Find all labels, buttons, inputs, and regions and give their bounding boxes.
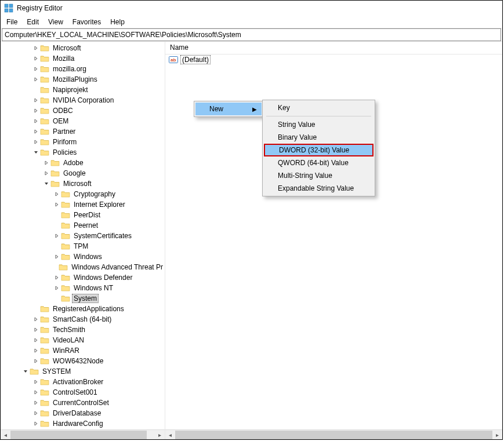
chevron-right-icon[interactable] [32, 379, 40, 385]
tree-hscrollbar[interactable]: ◂ ▸ [1, 429, 165, 439]
chevron-right-icon[interactable] [32, 129, 40, 134]
chevron-right-icon[interactable] [53, 202, 61, 207]
chevron-right-icon[interactable] [32, 327, 40, 333]
ctx-item-key[interactable]: Key [264, 101, 374, 114]
scroll-thumb[interactable] [10, 431, 147, 439]
tree-node-label: Microsoft [51, 43, 83, 53]
tree-node[interactable]: Google [1, 168, 165, 178]
list-body[interactable]: ab (Default) New ▶ Key [165, 54, 502, 429]
chevron-right-icon[interactable] [32, 97, 40, 103]
tree-node[interactable]: Windows Advanced Threat Pr [1, 262, 165, 272]
scroll-track[interactable] [10, 431, 155, 439]
ctx-item-multi-string-value[interactable]: Multi-String Value [264, 169, 374, 182]
chevron-down-icon[interactable] [42, 181, 50, 187]
chevron-right-icon[interactable] [32, 76, 40, 82]
tree-node-label: NVIDIA Corporation [51, 95, 115, 105]
tree-node[interactable]: SystemCertificates [1, 231, 165, 241]
tree-node[interactable]: VideoLAN [1, 335, 165, 345]
address-bar[interactable]: Computer\HKEY_LOCAL_MACHINE\SOFTWARE\Pol… [2, 28, 501, 41]
tree-node[interactable]: NVIDIA Corporation [1, 95, 165, 105]
menu-edit[interactable]: Edit [22, 17, 43, 27]
tree-node[interactable]: PeerDist [1, 210, 165, 220]
list-hscrollbar[interactable]: ◂ ▸ [165, 429, 502, 439]
chevron-right-icon[interactable] [53, 254, 61, 260]
tree-node[interactable]: ActivationBroker [1, 377, 165, 387]
chevron-right-icon[interactable] [32, 410, 40, 416]
tree-node[interactable]: Microsoft [1, 43, 165, 53]
tree-node[interactable]: CurrentControlSet [1, 398, 165, 408]
tree-node[interactable]: TechSmith [1, 325, 165, 335]
ctx-item-expandable-string-value[interactable]: Expandable String Value [264, 182, 374, 195]
menu-favorites[interactable]: Favorites [68, 17, 106, 27]
chevron-right-icon[interactable] [32, 139, 40, 145]
tree-node[interactable]: Microsoft [1, 178, 165, 189]
tree-node[interactable]: RegisteredApplications [1, 304, 165, 314]
scroll-left-icon[interactable]: ◂ [165, 431, 175, 439]
scroll-track[interactable] [175, 431, 492, 439]
menu-file[interactable]: File [2, 17, 22, 27]
ctx-item-qword-value[interactable]: QWORD (64-bit) Value [264, 156, 374, 169]
tree-node[interactable]: Partner [1, 126, 165, 137]
chevron-right-icon[interactable] [53, 191, 61, 197]
scroll-right-icon[interactable]: ▸ [155, 431, 165, 439]
tree-node[interactable]: Policies [1, 147, 165, 158]
tree-node[interactable]: Peernet [1, 220, 165, 231]
scroll-left-icon[interactable]: ◂ [1, 431, 10, 439]
tree-node[interactable]: DriverDatabase [1, 408, 165, 418]
scroll-right-icon[interactable]: ▸ [492, 431, 502, 439]
chevron-right-icon[interactable] [32, 337, 40, 343]
tree-node[interactable]: Piriform [1, 137, 165, 147]
tree-scroll[interactable]: MicrosoftMozillamozilla.orgMozillaPlugin… [1, 42, 165, 429]
tree-node[interactable]: WinRAR [1, 345, 165, 356]
chevron-right-icon[interactable] [32, 348, 40, 353]
chevron-right-icon[interactable] [53, 285, 61, 291]
tree-node[interactable]: TPM [1, 241, 165, 252]
chevron-right-icon[interactable] [32, 389, 40, 395]
chevron-right-icon[interactable] [53, 275, 61, 280]
tree-node[interactable]: Windows Defender [1, 272, 165, 283]
tree-node[interactable]: HardwareConfig [1, 418, 165, 429]
chevron-down-icon[interactable] [21, 369, 30, 374]
folder-icon [61, 242, 70, 250]
chevron-right-icon[interactable] [53, 233, 61, 239]
chevron-right-icon[interactable] [32, 45, 40, 51]
tree-node[interactable]: mozilla.org [1, 64, 165, 74]
tree-node[interactable]: ODBC [1, 105, 165, 116]
tree-node[interactable]: OEM [1, 116, 165, 126]
col-name[interactable]: Name [165, 42, 502, 54]
menu-help[interactable]: Help [106, 17, 129, 27]
scroll-thumb[interactable] [175, 431, 492, 439]
chevron-right-icon[interactable] [32, 108, 40, 114]
tree-node[interactable]: System [1, 293, 165, 304]
tree-node[interactable]: WOW6432Node [1, 356, 165, 366]
tree-node[interactable]: MozillaPlugins [1, 74, 165, 85]
ctx-item-dword-value[interactable]: DWORD (32-bit) Value [264, 144, 374, 156]
chevron-right-icon[interactable] [32, 118, 40, 124]
menu-view[interactable]: View [43, 17, 68, 27]
tree-node[interactable]: Internet Explorer [1, 199, 165, 210]
chevron-down-icon[interactable] [32, 150, 40, 155]
tree-node[interactable]: Windows NT [1, 283, 165, 293]
chevron-right-icon[interactable] [42, 170, 50, 176]
tree-node[interactable]: Napiprojekt [1, 85, 165, 95]
tree-node[interactable]: Adobe [1, 158, 165, 168]
chevron-right-icon[interactable] [32, 56, 40, 61]
folder-icon [40, 315, 49, 323]
tree-node[interactable]: ControlSet001 [1, 387, 165, 398]
tree-node[interactable]: Windows [1, 252, 165, 262]
tree-node[interactable]: Cryptography [1, 189, 165, 199]
chevron-right-icon[interactable] [32, 316, 40, 322]
tree-node[interactable]: Mozilla [1, 53, 165, 64]
ctx-item-string-value[interactable]: String Value [264, 118, 374, 131]
ctx-item-binary-value[interactable]: Binary Value [264, 131, 374, 144]
tree-node[interactable]: SmartCash (64-bit) [1, 314, 165, 325]
list-item[interactable]: ab (Default) [165, 54, 502, 65]
chevron-right-icon[interactable] [42, 160, 50, 166]
ctx-new[interactable]: New ▶ [195, 103, 262, 115]
chevron-right-icon[interactable] [32, 358, 40, 364]
tree-node[interactable]: SYSTEM [1, 366, 165, 377]
folder-icon [61, 253, 70, 261]
chevron-right-icon[interactable] [32, 66, 40, 72]
chevron-right-icon[interactable] [32, 421, 40, 427]
chevron-right-icon[interactable] [32, 400, 40, 406]
